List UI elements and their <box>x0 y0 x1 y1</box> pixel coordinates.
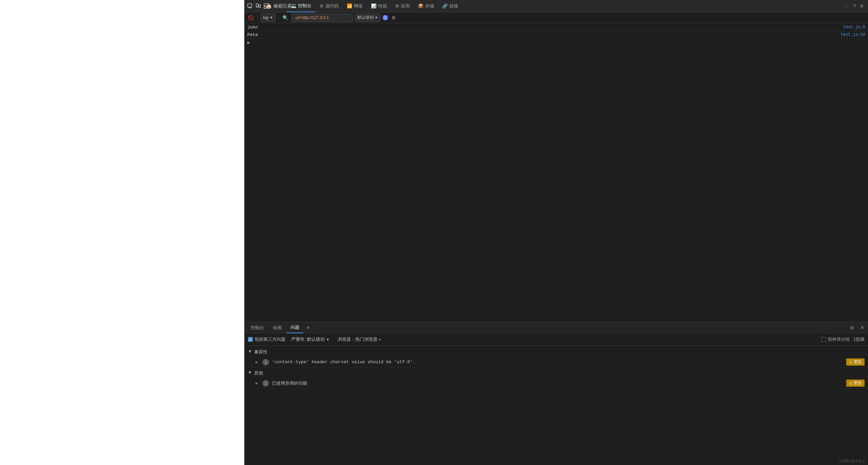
console-line-pete: Pete text.js:10 <box>245 31 868 39</box>
category-other: ▶ 其他 ▶ 1 已使用弃用的功能 ⚠ 警告 <box>245 368 868 389</box>
svg-rect-0 <box>248 4 252 7</box>
tab-links[interactable]: 🔗 链接 <box>438 0 462 12</box>
category-compatibility-header[interactable]: ▶ 兼容性 <box>245 347 868 357</box>
badge-dot: 3 <box>383 15 388 20</box>
issue-expand-icon: ▶ <box>255 360 260 364</box>
tab-bottom-console[interactable]: 控制台 <box>247 322 268 333</box>
add-tab-btn[interactable]: + <box>304 324 312 332</box>
help-icon[interactable]: ? <box>853 3 856 9</box>
bottom-tabs-right: ⧉ ✕ <box>848 324 866 332</box>
issue-item-content-type[interactable]: ▶ 1 'content-type' header charset value … <box>245 357 868 368</box>
home-icon: 🏠 <box>266 3 272 9</box>
tab-console[interactable]: 💻 控制台 <box>287 0 315 12</box>
devtools-top-right: ··· ? ✕ <box>845 3 867 9</box>
console-line-john: John text.js:8 <box>245 24 868 31</box>
console-icon: 💻 <box>291 3 296 8</box>
category-compatibility: ▶ 兼容性 ▶ 1 'content-type' header charset … <box>245 347 868 368</box>
inspect-icon[interactable] <box>246 2 254 10</box>
issue-text-deprecated: 已使用弃用的功能 <box>272 380 843 386</box>
storage-icon: 📦 <box>418 3 423 9</box>
bottom-tab-bar: 控制台 动画 问题 + ⧉ ✕ <box>245 322 868 333</box>
tab-sources[interactable]: ⚙ 源代码 <box>315 0 343 12</box>
console-output-area: John text.js:8 Pete text.js:10 ▶ <box>245 23 868 322</box>
svg-rect-5 <box>259 5 261 7</box>
category-other-header[interactable]: ▶ 其他 <box>245 368 868 378</box>
severity-filter-arrow: ▼ <box>326 338 329 341</box>
close-bottom-icon[interactable]: ✕ <box>858 324 866 332</box>
network-icon: 📶 <box>347 3 352 9</box>
issue-count-1: 1 <box>262 359 269 366</box>
filter-icon[interactable]: 🔍 <box>281 14 290 22</box>
tab-bottom-animation[interactable]: 动画 <box>269 322 286 333</box>
source-link-john[interactable]: text.js:8 <box>843 25 865 30</box>
group-by-checkbox <box>821 337 826 342</box>
close-devtools-icon[interactable]: ✕ <box>860 3 864 9</box>
third-party-checkbox[interactable]: ✓ 包括第三方问题 <box>248 336 285 342</box>
more-options-icon[interactable]: ··· <box>845 3 849 9</box>
bottom-panel: 控制台 动画 问题 + ⧉ ✕ ✓ 包括第三方问题 严重性: 默认级别 ▼ <box>245 322 868 465</box>
tab-elements[interactable]: </> 元素 <box>279 2 287 10</box>
category-arrow-compatibility: ▶ <box>248 350 252 354</box>
issues-filter-bar: ✓ 包括第三方问题 严重性: 默认级别 ▼ 浏览器：热门浏览器 ♥ 按种类分组 … <box>245 333 868 346</box>
issue-warning-badge-1: ⚠ 警告 <box>846 358 865 366</box>
devtools-tab-bar: 🏠 欢迎 </> 元素 💻 控制台 ⚙ 源代码 📶 网络 📊 性能 ⚙ 应用 📦 <box>245 0 868 12</box>
sources-icon: ⚙ <box>320 3 324 9</box>
links-icon: 🔗 <box>442 3 448 9</box>
issue-count-2: 1 <box>262 380 269 387</box>
elements-icon: </> <box>274 4 281 9</box>
message-badge[interactable]: 3 <box>383 15 388 20</box>
severity-dropdown[interactable]: 默认级别 ▼ <box>355 14 381 22</box>
warning-triangle-icon-2: ⚠ <box>849 381 852 385</box>
toolbar-sep-2 <box>278 15 279 21</box>
tab-bottom-issues[interactable]: 问题 <box>286 322 304 333</box>
devtools-panel: 🏠 欢迎 </> 元素 💻 控制台 ⚙ 源代码 📶 网络 📊 性能 ⚙ 应用 📦 <box>245 0 868 465</box>
application-icon: ⚙ <box>395 3 399 9</box>
prompt-icon: ▶ <box>247 40 250 45</box>
category-arrow-other: ▶ <box>248 371 252 375</box>
warning-triangle-icon: ⚠ <box>849 360 852 364</box>
device-icon[interactable] <box>254 2 262 10</box>
issue-text-content-type: 'content-type' header charset value shou… <box>272 359 843 365</box>
watermark: CSDN @大大人 <box>839 459 866 464</box>
tab-performance[interactable]: 📊 性能 <box>367 0 391 12</box>
browser-page <box>0 0 245 465</box>
issue-item-deprecated[interactable]: ▶ 1 已使用弃用的功能 ⚠ 警告 <box>245 378 868 389</box>
top-label: top <box>263 15 269 20</box>
console-settings-btn[interactable]: ⚙ <box>390 14 398 21</box>
issues-filter-right: 按种类分组 1隐藏 <box>821 336 865 342</box>
context-dropdown[interactable]: top ▼ <box>261 14 276 22</box>
source-link-pete[interactable]: text.js:10 <box>841 32 865 37</box>
performance-icon: 📊 <box>371 3 376 9</box>
tab-application[interactable]: ⚙ 应用 <box>391 0 414 12</box>
dropdown-arrow-icon: ▼ <box>270 16 273 19</box>
toolbar-sep-1 <box>258 15 258 21</box>
issue-warning-badge-2: ⚠ 警告 <box>846 380 865 387</box>
severity-filter-dropdown[interactable]: 严重性: 默认级别 ▼ <box>289 335 332 343</box>
issues-list: ▶ 兼容性 ▶ 1 'content-type' header charset … <box>245 346 868 465</box>
block-requests-btn[interactable]: 🚫 <box>247 14 255 22</box>
browser-filter-dropdown[interactable]: 浏览器：热门浏览器 ♥ <box>335 335 383 343</box>
hide-count-label: 1隐藏 <box>853 336 865 342</box>
undock-icon[interactable]: ⧉ <box>848 324 856 332</box>
checkbox-checked-icon: ✓ <box>248 337 253 342</box>
browser-filter-arrow: ♥ <box>379 338 381 341</box>
console-toolbar: 🚫 top ▼ 🔍 -url:http://127.0.0.1 默认级别 ▼ 3… <box>245 12 868 23</box>
tab-network[interactable]: 📶 网络 <box>343 0 367 12</box>
console-input-line[interactable]: ▶ <box>245 39 868 46</box>
group-by-checkbox-label[interactable]: 按种类分组 <box>821 336 850 342</box>
url-filter-input[interactable]: -url:http://127.0.0.1 <box>292 14 353 22</box>
severity-arrow-icon: ▼ <box>375 16 378 19</box>
issue-expand-icon-2: ▶ <box>255 381 260 385</box>
tab-storage[interactable]: 📦 存储 <box>414 0 438 12</box>
